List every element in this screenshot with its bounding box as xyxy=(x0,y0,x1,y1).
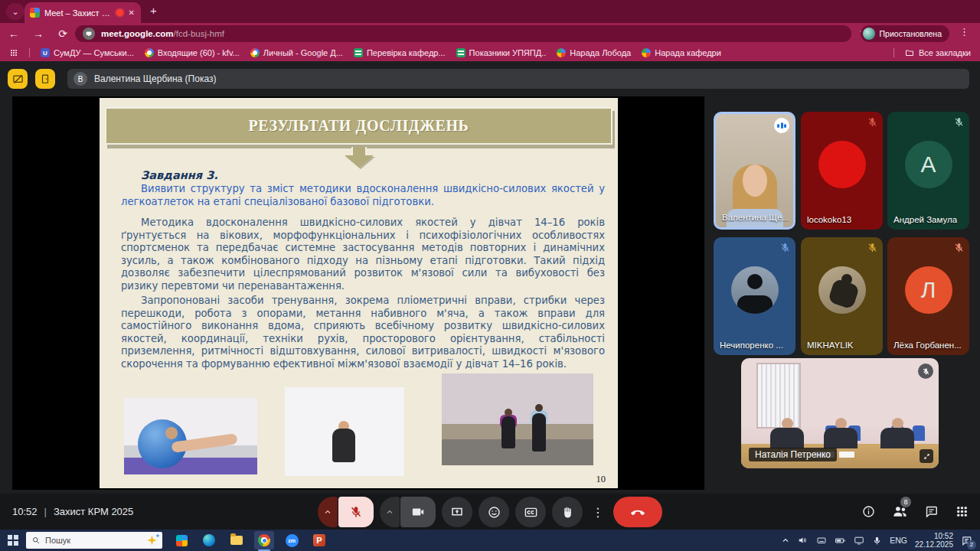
browser-menu-button[interactable]: ⋮ xyxy=(959,26,969,37)
camera-toggle-button[interactable] xyxy=(400,497,436,527)
mic-options-button[interactable] xyxy=(318,497,338,527)
smiley-icon xyxy=(487,505,501,520)
taskbar-chrome-button[interactable] xyxy=(254,531,274,549)
taskbar-clock[interactable]: 10:52 22.12.2025 xyxy=(915,532,953,549)
reload-button[interactable]: ⟳ xyxy=(55,26,70,41)
slide-paragraph-2: Запропоновані засоби тренування, зокрема… xyxy=(121,295,605,370)
bookmark-inbox[interactable]: Входящие (60) - kfv... xyxy=(145,48,240,57)
presentation-warning-button[interactable] xyxy=(8,69,28,89)
notification-center-button[interactable]: 2 xyxy=(961,535,972,546)
bookmark-favicon xyxy=(145,48,154,57)
end-call-button[interactable] xyxy=(613,497,662,527)
battery-button[interactable] xyxy=(835,535,846,546)
taskbar-powerpoint-button[interactable]: P xyxy=(309,531,329,549)
zoom-icon: zm xyxy=(286,534,299,547)
mic-toggle-button[interactable] xyxy=(338,497,374,527)
taskbar-widgets-button[interactable] xyxy=(172,531,191,549)
browser-toolbar: ← → ⟳ meet.google.com/fcd-busj-hmf ☆ При… xyxy=(0,23,980,44)
bookmark-narada-loboda[interactable]: Нарада Лобода xyxy=(557,48,631,57)
taskbar-zoom-button[interactable]: zm xyxy=(282,531,302,549)
reactions-button[interactable] xyxy=(479,497,509,527)
audio-level-icon xyxy=(774,118,789,133)
room-person xyxy=(770,418,804,448)
avatar-circle: Л xyxy=(905,266,952,314)
url-path: /fcd-busj-hmf xyxy=(174,29,224,38)
avatar-circle xyxy=(731,266,779,314)
bookmark-sumdu[interactable]: U СумДУ — Сумськи... xyxy=(41,48,134,57)
start-button[interactable] xyxy=(0,530,26,551)
people-button[interactable]: 8 xyxy=(892,504,908,520)
presenter-banner: B Валентина Щербина (Показ) xyxy=(67,69,969,89)
bookmark-narada-kafedry[interactable]: Нарада кафедри xyxy=(642,48,721,57)
edge-icon xyxy=(203,534,215,546)
tab-search-button[interactable]: ⌄ xyxy=(6,3,24,20)
clock-date: 22.12.2025 xyxy=(915,540,953,549)
all-bookmarks-button[interactable]: Все закладки xyxy=(905,48,971,57)
tray-expand-button[interactable] xyxy=(781,536,790,545)
taskbar-edge-button[interactable] xyxy=(199,531,219,549)
info-icon xyxy=(861,504,876,519)
browser-tab-meet[interactable]: Meet – Захист КРМ 2025 ✕ xyxy=(24,2,141,23)
touch-keyboard-button[interactable] xyxy=(816,535,827,546)
tab-close-button[interactable]: ✕ xyxy=(128,8,136,18)
more-options-button[interactable]: ⋮ xyxy=(589,497,607,527)
chat-button[interactable] xyxy=(924,504,939,519)
apps-grid-icon[interactable] xyxy=(9,48,18,57)
search-highlights-icon xyxy=(147,536,157,546)
participant-tile-valentyna[interactable]: Валентина Ще... xyxy=(714,112,795,230)
cc-icon xyxy=(524,505,538,520)
search-highlights-dot xyxy=(155,533,160,538)
taskbar-apps: zm P xyxy=(172,531,329,549)
language-indicator[interactable]: ENG xyxy=(890,536,907,545)
taskbar-explorer-button[interactable] xyxy=(227,531,247,549)
present-button[interactable] xyxy=(442,497,472,527)
profile-chip[interactable]: Приостановлена xyxy=(861,25,949,42)
mic-off-icon xyxy=(953,116,965,128)
microphone-in-use-button[interactable] xyxy=(872,536,882,546)
slide-task-heading: Завдання 3. xyxy=(141,168,605,182)
expand-tile-icon[interactable] xyxy=(920,449,933,463)
url-text: meet.google.com/fcd-busj-hmf xyxy=(101,29,224,38)
search-icon xyxy=(31,536,41,545)
windows-logo-icon xyxy=(8,535,18,546)
raise-hand-button[interactable] xyxy=(552,497,583,527)
address-bar[interactable]: meet.google.com/fcd-busj-hmf xyxy=(75,25,851,42)
mic-off-icon xyxy=(867,116,878,128)
participant-tile-locokoko13[interactable]: locokoko13 xyxy=(801,112,883,230)
bookmark-favicon xyxy=(642,48,651,57)
forward-button[interactable]: → xyxy=(31,26,46,41)
back-button[interactable]: ← xyxy=(6,26,21,41)
mic-off-icon xyxy=(867,242,878,253)
activities-button[interactable] xyxy=(955,504,969,519)
meet-app: B Валентина Щербина (Показ) РЕЗУЛЬТАТИ Д… xyxy=(0,61,980,530)
captions-button[interactable] xyxy=(515,497,546,527)
bookmark-favicon xyxy=(456,48,466,57)
participant-tile-zamula[interactable]: А Андрей Замула xyxy=(887,112,969,230)
hand-icon xyxy=(561,506,574,519)
door-warning-button[interactable] xyxy=(35,69,55,89)
participant-name: Лёха Горбанен... xyxy=(893,341,962,350)
slide-task-text: Виявити структуру та зміст методики вдос… xyxy=(121,183,605,208)
meeting-side-panels: 8 xyxy=(861,494,969,530)
speaker-icon xyxy=(798,535,808,546)
participant-tile-mikhaylik[interactable]: MIKHAYLIK xyxy=(801,237,883,355)
participant-tile-petrenko-room[interactable]: Наталія Петренко xyxy=(741,358,939,468)
presenter-label: Валентина Щербина (Показ) xyxy=(94,73,216,84)
browser-tab-strip: ⌄ Meet – Захист КРМ 2025 ✕ + xyxy=(0,0,980,23)
avatar-letter: Л xyxy=(921,277,936,303)
phone-end-icon xyxy=(629,504,646,520)
call-controls: ⋮ xyxy=(318,497,662,527)
new-tab-button[interactable]: + xyxy=(150,4,157,17)
banner-arrow-head xyxy=(345,155,374,168)
bookmark-perevirka[interactable]: Перевірка кафедр... xyxy=(354,48,446,57)
bookmark-drive[interactable]: Личный - Google Д... xyxy=(250,48,343,57)
taskbar-search-input[interactable]: Пошук xyxy=(26,532,162,549)
bookmark-pokaznyky[interactable]: Показники УПЯПД.. xyxy=(456,48,547,57)
participant-tile-nechyporenko[interactable]: Нечипоренко ... xyxy=(714,237,795,355)
file-explorer-icon xyxy=(230,536,243,545)
meeting-details-button[interactable] xyxy=(861,504,876,519)
volume-button[interactable] xyxy=(798,535,808,546)
participant-tile-gorbanenko[interactable]: Л Лёха Горбанен... xyxy=(887,237,969,355)
camera-options-button[interactable] xyxy=(380,497,400,527)
network-button[interactable] xyxy=(854,535,864,546)
